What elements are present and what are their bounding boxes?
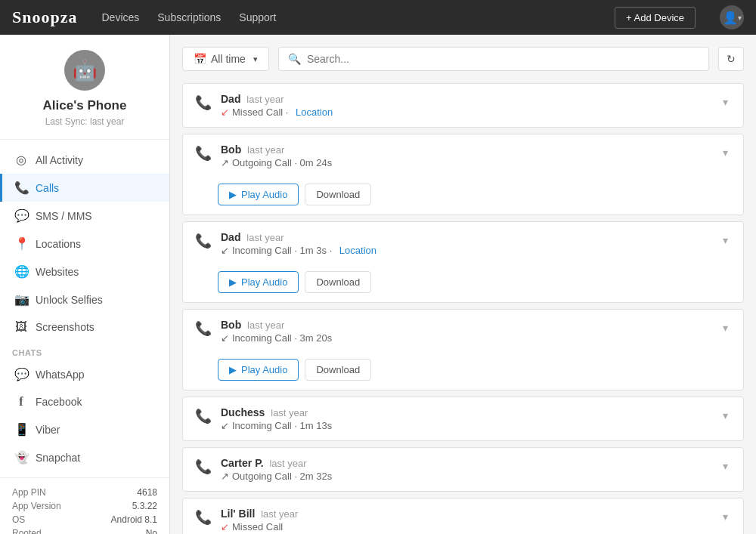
call-phone-icon: 📞 <box>195 320 212 337</box>
sidebar-item-screenshots[interactable]: 🖼 Screenshots <box>0 313 169 341</box>
call-info: Carter P. last year Outgoing Call · 2m 3… <box>221 457 711 482</box>
sidebar-item-label: WhatsApp <box>36 369 85 381</box>
download-button[interactable]: Download <box>305 359 371 381</box>
location-link[interactable]: Location <box>339 245 376 256</box>
call-type: Incoming Call <box>232 420 292 431</box>
sidebar-item-all-activity[interactable]: ◎ All Activity <box>0 146 169 174</box>
call-contact: Bob last year <box>221 144 711 156</box>
call-time: last year <box>247 144 284 156</box>
app-logo: Snoopza <box>12 8 77 27</box>
call-card-header: 📞 Dad last year Missed Call · Location ▾ <box>183 84 743 127</box>
download-button[interactable]: Download <box>305 271 371 293</box>
contact-name: Bob <box>221 319 241 331</box>
call-contact: Lil' Bill last year <box>221 508 711 520</box>
nav-subscriptions[interactable]: Subscriptions <box>157 11 221 23</box>
contact-name: Duchess <box>221 406 265 418</box>
sidebar-item-whatsapp[interactable]: 💬 WhatsApp <box>0 360 169 388</box>
call-card: 📞 Dad last year Incoming Call · 1m 3s · … <box>182 221 744 303</box>
call-detail: Outgoing Call · 2m 32s <box>221 471 711 482</box>
sidebar-item-snapchat[interactable]: 👻 Snapchat <box>0 443 169 471</box>
call-phone-icon: 📞 <box>195 458 212 475</box>
sidebar: 🤖 Alice's Phone Last Sync: last year ◎ A… <box>0 35 170 534</box>
call-contact: Dad last year <box>221 231 711 243</box>
call-detail: Outgoing Call · 0m 24s <box>221 157 711 168</box>
expand-button[interactable]: ▾ <box>720 144 731 162</box>
sidebar-footer: App PIN 4618 App Version 5.3.22 OS Andro… <box>0 477 169 534</box>
sidebar-item-calls[interactable]: 📞 Calls <box>0 174 169 202</box>
app-version-label: App Version <box>12 501 61 511</box>
viber-icon: 📱 <box>14 422 28 437</box>
sidebar-item-locations[interactable]: 📍 Locations <box>0 230 169 258</box>
app-pin-label: App PIN <box>12 487 46 498</box>
chats-section-label: CHATS <box>0 341 169 360</box>
contact-name: Bob <box>221 144 241 156</box>
app-pin-row: App PIN 4618 <box>12 487 157 498</box>
refresh-icon: ↻ <box>727 53 736 65</box>
expand-button[interactable]: ▾ <box>720 508 731 526</box>
sidebar-item-websites[interactable]: 🌐 Websites <box>0 258 169 286</box>
sidebar-item-facebook[interactable]: f Facebook <box>0 388 169 415</box>
download-button[interactable]: Download <box>305 184 371 205</box>
call-type: Missed Call <box>232 106 283 118</box>
expand-button[interactable]: ▾ <box>720 457 731 475</box>
time-filter[interactable]: 📅 All time ▾ <box>182 47 269 71</box>
contact-name: Dad <box>221 231 240 243</box>
sidebar-item-viber[interactable]: 📱 Viber <box>0 415 169 443</box>
call-card-header: 📞 Carter P. last year Outgoing Call · 2m… <box>183 448 743 491</box>
app-version-row: App Version 5.3.22 <box>12 501 157 511</box>
calendar-icon: 📅 <box>194 53 206 65</box>
call-arrow-icon <box>221 106 232 118</box>
sidebar-item-label: Facebook <box>36 396 82 408</box>
snapchat-icon: 👻 <box>14 450 28 465</box>
play-audio-button[interactable]: ▶ Play Audio <box>218 271 299 293</box>
call-info: Bob last year Outgoing Call · 0m 24s <box>221 144 711 168</box>
call-card: 📞 Bob last year Incoming Call · 3m 20s ▾… <box>182 309 744 390</box>
user-menu-button[interactable]: 👤 ▾ <box>720 5 744 29</box>
sidebar-item-label: Unlock Selfies <box>36 294 103 306</box>
locations-icon: 📍 <box>14 236 28 251</box>
call-detail: Missed Call · Location <box>221 106 711 118</box>
sidebar-item-label: Calls <box>36 182 59 194</box>
call-duration: · 1m 3s <box>292 245 327 256</box>
contact-name: Carter P. <box>221 457 264 469</box>
add-device-button[interactable]: + Add Device <box>615 7 696 29</box>
call-card: 📞 Lil' Bill last year Missed Call ▾ <box>182 498 744 534</box>
call-card: 📞 Carter P. last year Outgoing Call · 2m… <box>182 447 744 492</box>
location-link[interactable]: Location <box>296 106 333 118</box>
nav-support[interactable]: Support <box>239 11 276 23</box>
expand-button[interactable]: ▾ <box>720 231 731 249</box>
sidebar-item-label: SMS / MMS <box>36 210 92 222</box>
call-card: 📞 Duchess last year Incoming Call · 1m 1… <box>182 397 744 441</box>
call-duration: · 0m 24s <box>292 157 332 168</box>
time-filter-chevron: ▾ <box>253 54 258 64</box>
call-detail: Incoming Call · 1m 13s <box>221 420 711 431</box>
call-card-header: 📞 Bob last year Incoming Call · 3m 20s ▾ <box>183 310 743 353</box>
filter-bar: 📅 All time ▾ 🔍 ↻ <box>182 47 744 71</box>
expand-button[interactable]: ▾ <box>720 93 731 111</box>
nav-devices[interactable]: Devices <box>101 11 139 23</box>
call-arrow-icon <box>221 157 232 168</box>
expand-button[interactable]: ▾ <box>720 406 731 424</box>
os-row: OS Android 8.1 <box>12 514 157 525</box>
refresh-button[interactable]: ↻ <box>718 47 744 71</box>
device-sync: Last Sync: last year <box>12 116 157 127</box>
contact-name: Lil' Bill <box>221 508 255 520</box>
call-type: Outgoing Call <box>232 471 292 482</box>
play-audio-button[interactable]: ▶ Play Audio <box>218 184 299 205</box>
os-label: OS <box>12 514 25 525</box>
call-type: Incoming Call <box>232 245 292 256</box>
play-icon: ▶ <box>229 364 237 375</box>
expand-button[interactable]: ▾ <box>720 319 731 337</box>
sidebar-item-sms-mms[interactable]: 💬 SMS / MMS <box>0 202 169 230</box>
calls-icon: 📞 <box>14 181 28 195</box>
sidebar-item-unlock-selfies[interactable]: 📷 Unlock Selfies <box>0 286 169 313</box>
call-contact: Bob last year <box>221 319 711 331</box>
device-header: 🤖 Alice's Phone Last Sync: last year <box>0 35 169 140</box>
call-arrow-icon <box>221 245 232 256</box>
play-audio-button[interactable]: ▶ Play Audio <box>218 359 299 381</box>
app-pin-value: 4618 <box>137 487 157 498</box>
call-arrow-icon <box>221 332 232 344</box>
main-content: 📅 All time ▾ 🔍 ↻ 📞 Dad last year <box>170 35 756 534</box>
call-card: 📞 Bob last year Outgoing Call · 0m 24s ▾… <box>182 134 744 215</box>
search-input[interactable] <box>307 53 699 65</box>
